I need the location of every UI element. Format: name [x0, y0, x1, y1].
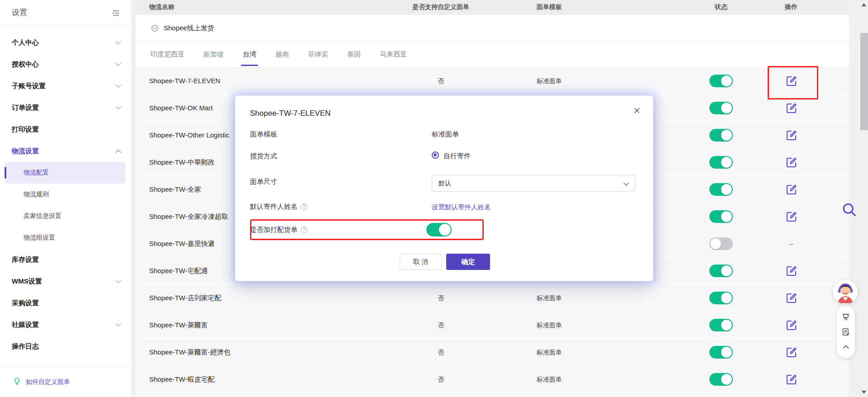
tab-label: 泰国 [347, 50, 361, 59]
sidebar-subitem-label: 物流组设置 [24, 234, 55, 242]
sidebar-item-label: 打印设置 [12, 125, 39, 134]
announcement-board-icon[interactable] [840, 312, 851, 322]
edit-icon[interactable] [785, 210, 797, 223]
action-cell: -- [746, 231, 836, 257]
edit-icon[interactable] [785, 156, 797, 169]
confirm-button[interactable]: 确定 [446, 254, 490, 270]
howto-custom-waybill[interactable]: 如何自定义面单 [0, 373, 131, 392]
sidebar-item-子账号设置[interactable]: 子账号设置 [0, 75, 131, 97]
country-tabs: 印度尼西亚新加坡台湾越南菲律宾泰国马来西亚 [136, 42, 849, 68]
chevron-down-icon [115, 321, 121, 326]
search-icon[interactable] [841, 201, 858, 220]
group-label: Shopee线上发货 [164, 24, 214, 33]
sidebar-item-操作日志[interactable]: 操作日志 [0, 336, 131, 357]
custom-waybill-value: 否 [396, 68, 486, 94]
tab-新加坡[interactable]: 新加坡 [203, 42, 224, 67]
page-title: 设置 [12, 0, 27, 25]
sidebar-item-label: WMS设置 [12, 277, 42, 286]
sidebar-item-库存设置[interactable]: 库存设置 [0, 249, 131, 270]
edit-icon[interactable] [785, 292, 797, 304]
edit-icon[interactable] [785, 102, 797, 114]
table-row: Shopee-TW-7-ELEVEN否标准面单 [136, 68, 849, 95]
packing-slip-toggle[interactable] [426, 223, 452, 236]
status-toggle[interactable] [709, 183, 733, 196]
sidebar-subitem-卖家信息设置[interactable]: 卖家信息设置 [5, 205, 126, 227]
edit-icon[interactable] [785, 265, 797, 277]
scroll-up-arrow[interactable] [862, 3, 866, 6]
action-cell [746, 95, 836, 121]
sidebar-item-授权中心[interactable]: 授权中心 [0, 53, 131, 75]
customer-service-avatar[interactable] [833, 280, 858, 304]
sidebar-item-社媒设置[interactable]: 社媒设置 [0, 314, 131, 336]
edit-icon[interactable] [785, 319, 797, 331]
sidebar-item-label: 物流设置 [12, 147, 39, 156]
status-toggle[interactable] [709, 373, 733, 386]
edit-icon[interactable] [785, 129, 797, 142]
edit-icon[interactable] [785, 75, 797, 87]
custom-waybill-value: 否 [396, 285, 486, 311]
radio-label: 自行寄件 [443, 152, 471, 161]
status-toggle[interactable] [709, 75, 733, 87]
table-row: Shopee-TW-店到家宅配否标准面单 [136, 285, 849, 312]
waybill-size-select[interactable]: 默认 [432, 175, 635, 192]
collapse-sidebar-icon[interactable] [110, 8, 120, 18]
cancel-button[interactable]: 取 消 [400, 254, 442, 270]
logistics-name: Shopee-TW-宅配通 [149, 258, 208, 284]
back-to-top-icon[interactable] [840, 341, 851, 352]
tab-越南[interactable]: 越南 [275, 42, 289, 67]
tab-泰国[interactable]: 泰国 [347, 42, 361, 67]
sidebar-item-WMS设置[interactable]: WMS设置 [0, 270, 131, 292]
tab-label: 台湾 [243, 50, 256, 59]
status-toggle[interactable] [709, 319, 733, 331]
sidebar-item-个人中心[interactable]: 个人中心 [0, 32, 131, 53]
tab-马来西亚[interactable]: 马来西亚 [380, 42, 407, 67]
status-toggle[interactable] [709, 210, 733, 223]
chevron-up-icon [115, 149, 121, 155]
logistics-name: Shopee-TW-萊爾富-經濟包 [149, 339, 231, 365]
collapse-group-icon[interactable] [151, 24, 159, 33]
scroll-down-arrow[interactable] [862, 391, 866, 394]
tab-菲律宾[interactable]: 菲律宾 [308, 42, 328, 67]
tab-label: 马来西亚 [380, 50, 407, 59]
logistics-name: Shopee-TW-Other Logistic [149, 122, 229, 148]
status-toggle[interactable] [709, 129, 733, 142]
note-edit-icon[interactable] [840, 326, 851, 337]
no-action-dash: -- [789, 240, 793, 248]
edit-icon[interactable] [785, 373, 797, 386]
action-cell [746, 149, 836, 175]
close-icon[interactable]: ✕ [633, 106, 641, 115]
edit-icon[interactable] [785, 183, 797, 196]
help-icon[interactable]: ? [301, 203, 307, 210]
status-toggle[interactable] [709, 346, 733, 359]
set-default-sender-link[interactable]: 设置默认寄件人姓名 [432, 203, 491, 212]
status-toggle[interactable] [709, 102, 733, 114]
help-icon[interactable]: ? [301, 227, 307, 233]
sidebar-item-订单设置[interactable]: 订单设置 [0, 97, 131, 118]
radio-self-ship[interactable] [432, 151, 439, 159]
scrollbar-thumb[interactable] [860, 33, 868, 130]
sidebar-subitem-物流配置[interactable]: 物流配置 [5, 162, 126, 184]
tab-台湾[interactable]: 台湾 [243, 42, 256, 67]
active-indicator [5, 167, 6, 179]
action-cell [746, 366, 836, 392]
custom-waybill-value: 否 [396, 339, 486, 365]
sidebar-subitem-label: 物流配置 [24, 169, 49, 177]
edit-icon[interactable] [785, 346, 797, 359]
field-label-packing-slip: 是否加打配货单 ? [250, 226, 307, 234]
sidebar-item-打印设置[interactable]: 打印设置 [0, 118, 131, 140]
sidebar-item-label: 操作日志 [12, 342, 39, 351]
status-toggle[interactable] [709, 265, 733, 277]
table-header: 物流名称 是否支持自定义面单 面单模板 状态 操作 [136, 0, 849, 15]
sidebar-subitem-物流规则[interactable]: 物流规则 [5, 184, 126, 205]
vertical-scrollbar [860, 0, 868, 397]
sidebar-item-物流设置[interactable]: 物流设置 [0, 140, 131, 162]
logistics-name: Shopee-TW-7-ELEVEN [149, 68, 220, 94]
col-custom-waybill: 是否支持自定义面单 [396, 0, 486, 14]
status-toggle[interactable] [709, 156, 733, 169]
action-cell [746, 339, 836, 365]
sidebar-item-采购设置[interactable]: 采购设置 [0, 292, 131, 314]
sidebar-subitem-物流组设置[interactable]: 物流组设置 [5, 227, 126, 249]
status-toggle[interactable] [709, 237, 733, 250]
tab-印度尼西亚[interactable]: 印度尼西亚 [151, 42, 184, 67]
status-toggle[interactable] [709, 292, 733, 304]
